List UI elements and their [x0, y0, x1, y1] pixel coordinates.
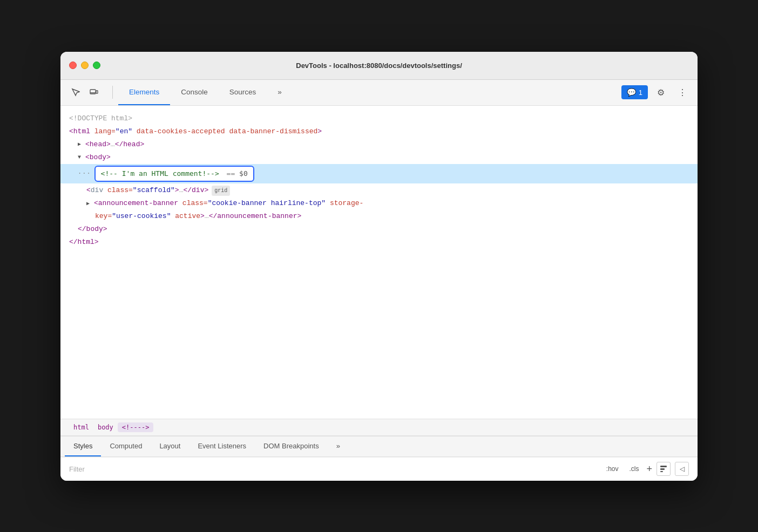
tab-event-listeners[interactable]: Event Listeners — [189, 436, 255, 456]
bottom-tabs: Styles Computed Layout Event Listeners D… — [60, 436, 698, 457]
announcement-banner-line[interactable]: ▶ <announcement-banner class="cookie-ban… — [60, 197, 698, 210]
body-open-line[interactable]: ▼ <body> — [60, 151, 698, 164]
toolbar-divider — [112, 86, 113, 99]
add-style-button[interactable]: + — [646, 463, 652, 475]
main-tabs: Elements Console Sources » — [118, 80, 293, 105]
filter-placeholder[interactable]: Filter — [69, 465, 603, 473]
html-close-line: </html> — [60, 236, 698, 249]
comment-box: <!-- I'm an HTML comment!--> == $0 — [94, 166, 254, 182]
bottom-panel: Styles Computed Layout Event Listeners D… — [60, 436, 698, 481]
tab-computed[interactable]: Computed — [101, 436, 151, 456]
body-close-line: </body> — [60, 223, 698, 236]
minimize-button[interactable] — [81, 62, 89, 69]
style-button-2[interactable]: ◁ — [675, 462, 689, 476]
device-icon[interactable] — [85, 84, 103, 101]
announcement-banner-line2: key="user-cookies" active>…</announcemen… — [60, 210, 698, 223]
body-triangle[interactable]: ▼ — [78, 153, 85, 162]
maximize-button[interactable] — [93, 62, 100, 69]
elements-panel: <!DOCTYPE html> <html lang="en" data-coo… — [60, 106, 698, 419]
devtools-toolbar: Elements Console Sources » 💬 1 ⚙ ⋮ — [60, 80, 698, 106]
messages-badge-button[interactable]: 💬 1 — [621, 85, 648, 99]
svg-rect-4 — [660, 468, 665, 470]
breadcrumb-html[interactable]: html — [69, 422, 93, 432]
filter-buttons: :hov .cls + ◁ — [603, 462, 689, 476]
div-scaffold-line[interactable]: <div class="scaffold">…</div> grid — [60, 184, 698, 197]
svg-rect-3 — [660, 466, 667, 467]
inspect-icon[interactable] — [67, 84, 84, 101]
breadcrumb-body[interactable]: body — [93, 422, 118, 432]
svg-rect-0 — [90, 90, 96, 94]
devtools-window: DevTools - localhost:8080/docs/devtools/… — [60, 52, 698, 481]
html-open-line[interactable]: <html lang="en" data-cookies-accepted da… — [60, 125, 698, 138]
window-title: DevTools - localhost:8080/docs/devtools/… — [296, 62, 462, 70]
tab-more[interactable]: » — [267, 80, 293, 105]
tab-more-bottom[interactable]: » — [328, 436, 349, 456]
message-icon: 💬 — [627, 88, 636, 97]
head-line[interactable]: ▶ <head>…</head> — [60, 138, 698, 151]
tab-sources[interactable]: Sources — [219, 80, 267, 105]
tab-elements[interactable]: Elements — [118, 80, 170, 105]
banner-triangle[interactable]: ▶ — [86, 199, 94, 208]
close-button[interactable] — [69, 62, 77, 69]
breadcrumb-comment[interactable]: <!----> — [118, 422, 154, 432]
hov-button[interactable]: :hov — [603, 463, 622, 475]
tab-styles[interactable]: Styles — [65, 436, 101, 456]
title-bar: DevTools - localhost:8080/docs/devtools/… — [60, 52, 698, 80]
svg-rect-5 — [660, 471, 663, 472]
html-tag: <html — [69, 126, 94, 138]
tab-console[interactable]: Console — [170, 80, 219, 105]
traffic-lights — [69, 62, 100, 69]
selected-comment-row[interactable]: ··· <!-- I'm an HTML comment!--> == $0 — [60, 164, 698, 183]
dots-button[interactable]: ··· — [78, 168, 91, 179]
settings-button[interactable]: ⚙ — [652, 84, 669, 101]
style-button-1[interactable] — [657, 462, 671, 476]
doctype-line: <!DOCTYPE html> — [60, 112, 698, 125]
more-options-button[interactable]: ⋮ — [674, 84, 691, 101]
filter-bar: Filter :hov .cls + ◁ — [60, 457, 698, 481]
tab-layout[interactable]: Layout — [151, 436, 189, 456]
toolbar-right: 💬 1 ⚙ ⋮ — [621, 84, 691, 101]
head-triangle[interactable]: ▶ — [78, 140, 85, 149]
cls-button[interactable]: .cls — [626, 463, 642, 475]
toolbar-icon-group — [67, 84, 103, 101]
breadcrumb-bar: html body <!----> — [60, 419, 698, 436]
grid-badge: grid — [212, 186, 230, 196]
tab-dom-breakpoints[interactable]: DOM Breakpoints — [255, 436, 328, 456]
comment-line: ··· <!-- I'm an HTML comment!--> == $0 — [60, 166, 698, 182]
svg-rect-1 — [96, 91, 98, 93]
